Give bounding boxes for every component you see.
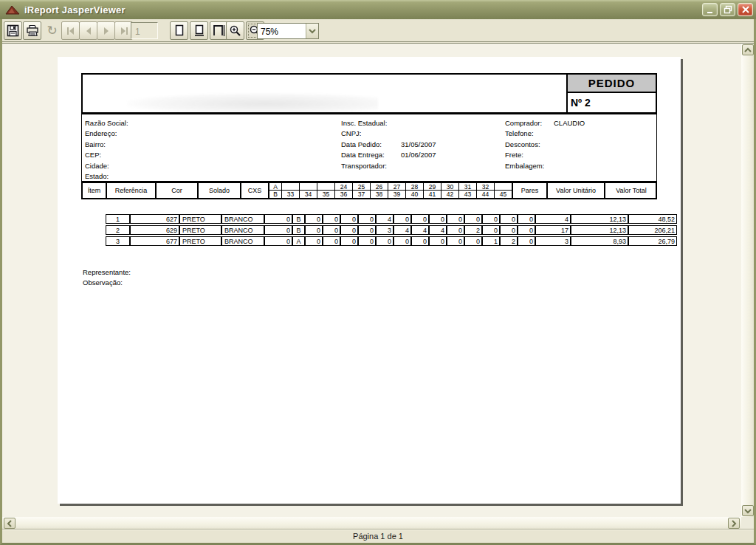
fiscal-field-label: Transportador:	[341, 162, 387, 170]
report-viewer-area: PEDIDO Nº 2 Razão Social:Endereço:Bairro…	[2, 43, 754, 529]
reload-icon: ↻	[47, 24, 57, 37]
restore-button[interactable]	[720, 3, 735, 16]
previous-page-button[interactable]	[79, 21, 97, 40]
size-cell: 0	[305, 214, 323, 224]
toolbar: ↻	[2, 19, 754, 42]
print-button[interactable]	[23, 21, 41, 40]
total_value-cell: 48,52	[628, 214, 677, 224]
report-title-cell: PEDIDO	[566, 73, 657, 93]
item-cell: 1	[106, 214, 130, 224]
printer-icon	[26, 24, 39, 37]
fiscal-field-label: Data Pedido:	[341, 140, 382, 148]
customer-field-label: CEP:	[85, 151, 101, 159]
size-column-header: 35	[317, 183, 335, 198]
size-cell: 0	[500, 214, 518, 224]
reload-button[interactable]: ↻	[43, 21, 61, 40]
fit-page-icon	[193, 24, 205, 37]
size-cell: 0	[447, 214, 464, 224]
col-header-ab-bottom: B	[269, 191, 281, 198]
vertical-scrollbar[interactable]	[741, 44, 754, 517]
zoom-level-input[interactable]	[258, 24, 306, 38]
window-body: ↻	[0, 19, 756, 545]
size-cell: 0	[518, 236, 535, 246]
size-column-bottom: 34	[300, 191, 317, 198]
zoom-in-icon	[229, 24, 241, 37]
size-column-bottom: 38	[371, 191, 388, 198]
table-row: 2629PRETOBRANCO0B00003444020001712,13206…	[106, 225, 681, 235]
size-column-top: 29	[424, 183, 441, 191]
color-cell: PRETO	[179, 225, 221, 235]
order-field-value: CLAUDIO	[554, 119, 585, 127]
col-header-sole: Solado	[199, 183, 241, 198]
size-column-top	[282, 183, 299, 191]
size-cell: 0	[376, 236, 394, 246]
size-cell: 0	[305, 236, 323, 246]
scroll-down-button[interactable]	[742, 505, 754, 516]
ab-cell: B	[292, 214, 305, 224]
actual-size-button[interactable]	[170, 21, 188, 40]
chevron-right-icon	[731, 520, 737, 527]
size-column-bottom: 39	[388, 191, 405, 198]
scroll-up-button[interactable]	[742, 44, 754, 55]
save-button[interactable]	[4, 21, 22, 40]
size-column-header: 2436	[335, 183, 353, 198]
next-page-icon	[100, 25, 112, 37]
size-column-top: 26	[371, 183, 388, 191]
floppy-disk-icon	[7, 24, 19, 37]
window-title: iReport JasperViewer	[24, 4, 126, 16]
col-header-item: Ítem	[83, 183, 107, 198]
table-row: 3677PRETOBRANCO0A000000000012038,9326,79	[106, 236, 681, 246]
chevron-up-icon	[744, 47, 752, 53]
sole-cell: BRANCO	[221, 225, 264, 235]
color-cell: PRETO	[179, 214, 221, 224]
size-cell: 0	[464, 214, 482, 224]
fit-page-button[interactable]	[190, 21, 208, 40]
reference-cell: 677	[130, 236, 179, 246]
size-column-top	[495, 183, 512, 191]
size-column-top	[300, 183, 317, 191]
zoom-level-dropdown-button[interactable]	[306, 24, 318, 38]
size-cell: 0	[447, 236, 464, 246]
item-cell: 3	[106, 236, 130, 246]
total_value-cell: 26,79	[628, 236, 677, 246]
next-page-button[interactable]	[97, 21, 115, 40]
size-cell: 2	[500, 236, 518, 246]
size-column-header: 2537	[353, 183, 371, 198]
scroll-left-button[interactable]	[4, 518, 16, 529]
page-number-input[interactable]	[131, 22, 158, 39]
item-cell: 2	[106, 225, 130, 235]
minimize-button[interactable]	[702, 3, 718, 16]
fit-width-icon	[213, 24, 225, 37]
order-field-label: Descontos:	[505, 140, 540, 148]
customer-field-label: Razão Social:	[85, 119, 128, 127]
unit_value-cell: 12,13	[571, 214, 628, 224]
size-column-header: 45	[495, 183, 512, 198]
size-column-top: 32	[477, 183, 494, 191]
close-button[interactable]	[738, 3, 753, 16]
horizontal-scrollbar[interactable]	[2, 517, 741, 529]
size-cell: 0	[323, 236, 340, 246]
col-header-ab-top: A	[269, 183, 281, 191]
scrollbar-corner	[741, 517, 754, 529]
size-cell: 0	[429, 214, 447, 224]
total_value-cell: 206,21	[628, 225, 677, 235]
size-column-top: 31	[459, 183, 476, 191]
scroll-right-button[interactable]	[728, 518, 740, 529]
size-cell: 0	[411, 214, 429, 224]
items-table-header: Ítem Referência Cor Solado CXS A B 33343…	[81, 182, 657, 199]
size-column-bottom: 40	[406, 191, 423, 198]
pares-cell: 17	[535, 225, 571, 235]
size-column-header: 33	[282, 183, 300, 198]
first-page-button[interactable]	[61, 21, 80, 40]
reference-cell: 627	[130, 214, 179, 224]
ab-cell: B	[292, 225, 305, 235]
zoom-in-button[interactable]	[226, 21, 244, 40]
size-cell: 3	[376, 225, 394, 235]
size-column-header: 2840	[406, 183, 424, 198]
titlebar: iReport JasperViewer	[0, 0, 756, 19]
fiscal-field-label: CNPJ:	[341, 129, 361, 137]
cxs-cell: 0	[264, 214, 292, 224]
col-header-ab: A B	[269, 183, 282, 198]
size-cell: 0	[323, 214, 340, 224]
size-column-bottom: 44	[477, 191, 494, 198]
